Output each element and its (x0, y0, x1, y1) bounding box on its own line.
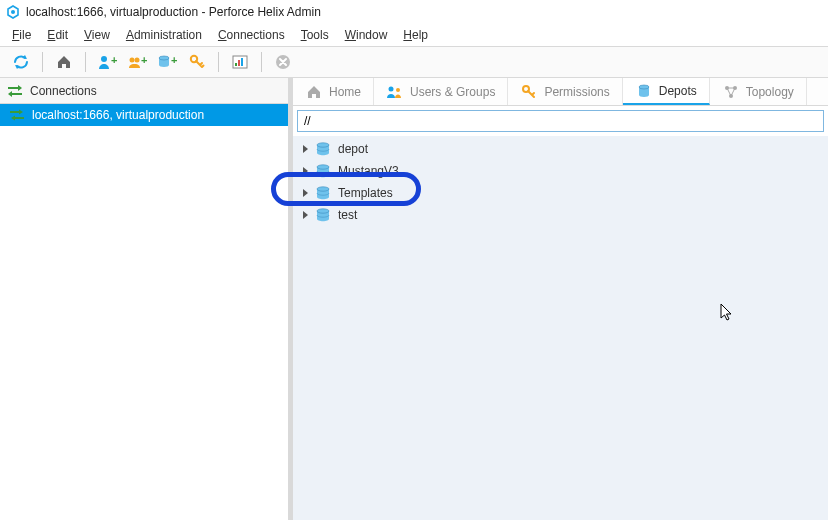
svg-marker-18 (18, 85, 22, 91)
depot-name: MustangV3 (338, 164, 399, 178)
svg-point-23 (396, 88, 400, 92)
svg-marker-20 (19, 110, 23, 115)
tab-permissions[interactable]: Permissions (508, 78, 622, 105)
depot-icon (314, 207, 332, 223)
connections-list: localhost:1666, virtualproduction (0, 104, 288, 520)
expand-arrow-icon[interactable] (303, 211, 308, 219)
svg-rect-16 (241, 58, 243, 66)
tab-label: Users & Groups (410, 85, 495, 99)
svg-point-22 (389, 86, 394, 91)
title-bar: localhost:1666, virtualproduction - Perf… (0, 0, 828, 24)
menu-bar: File Edit View Administration Connection… (0, 24, 828, 46)
menu-edit[interactable]: Edit (39, 26, 76, 44)
connections-header: Connections (0, 78, 288, 104)
users-icon (386, 83, 404, 101)
toolbar-separator (85, 52, 86, 72)
right-pane: Home Users & Groups Permissions Depots T… (292, 78, 828, 520)
depot-path-container (293, 106, 828, 136)
menu-tools[interactable]: Tools (293, 26, 337, 44)
menu-window[interactable]: Window (337, 26, 396, 44)
tab-depots[interactable]: Depots (623, 78, 710, 105)
connections-header-label: Connections (30, 84, 97, 98)
expand-arrow-icon[interactable] (303, 145, 308, 153)
toolbar: + + + (0, 46, 828, 78)
depot-path-input[interactable] (297, 110, 824, 132)
depot-tree-item[interactable]: MustangV3 (293, 160, 828, 182)
svg-rect-14 (235, 63, 237, 66)
tab-label: Depots (659, 84, 697, 98)
depot-tree-item[interactable]: Templates (293, 182, 828, 204)
home-icon (305, 83, 323, 101)
expand-arrow-icon[interactable] (303, 167, 308, 175)
depot-icon (314, 163, 332, 179)
depot-name: test (338, 208, 357, 222)
svg-point-7 (135, 58, 140, 63)
key-icon (520, 83, 538, 101)
tab-users-groups[interactable]: Users & Groups (374, 78, 508, 105)
window-title: localhost:1666, virtualproduction - Perf… (26, 5, 321, 19)
helix-app-icon (6, 5, 20, 19)
tab-label: Home (329, 85, 361, 99)
toolbar-separator (218, 52, 219, 72)
depot-name: depot (338, 142, 368, 156)
depot-icon (635, 82, 653, 100)
chart-button[interactable] (227, 49, 253, 75)
svg-rect-15 (238, 60, 240, 66)
connections-arrows-icon (6, 84, 24, 98)
svg-marker-19 (8, 91, 12, 97)
svg-point-4 (101, 56, 107, 62)
toolbar-separator (42, 52, 43, 72)
expand-arrow-icon[interactable] (303, 189, 308, 197)
menu-connections[interactable]: Connections (210, 26, 293, 44)
tab-bar: Home Users & Groups Permissions Depots T… (293, 78, 828, 106)
topology-icon (722, 83, 740, 101)
menu-file[interactable]: File (4, 26, 39, 44)
add-depot-button[interactable]: + (154, 49, 180, 75)
toolbar-separator (261, 52, 262, 72)
refresh-button[interactable] (8, 49, 34, 75)
svg-text:+: + (141, 54, 147, 66)
svg-point-1 (11, 10, 15, 14)
workspace: Connections localhost:1666, virtualprodu… (0, 78, 828, 520)
depot-icon (314, 185, 332, 201)
tab-topology[interactable]: Topology (710, 78, 807, 105)
tab-label: Permissions (544, 85, 609, 99)
connection-item[interactable]: localhost:1666, virtualproduction (0, 104, 288, 126)
connections-pane: Connections localhost:1666, virtualprodu… (0, 78, 288, 520)
depot-tree-item[interactable]: depot (293, 138, 828, 160)
tab-home[interactable]: Home (293, 78, 374, 105)
svg-text:+: + (171, 54, 177, 66)
connection-item-label: localhost:1666, virtualproduction (32, 108, 204, 122)
menu-administration[interactable]: Administration (118, 26, 210, 44)
depot-tree: depotMustangV3Templatestest (293, 136, 828, 520)
menu-help[interactable]: Help (395, 26, 436, 44)
depot-icon (314, 141, 332, 157)
depot-tree-item[interactable]: test (293, 204, 828, 226)
add-group-button[interactable]: + (124, 49, 150, 75)
svg-marker-21 (11, 116, 15, 121)
menu-view[interactable]: View (76, 26, 118, 44)
tab-label: Topology (746, 85, 794, 99)
add-user-button[interactable]: + (94, 49, 120, 75)
home-button[interactable] (51, 49, 77, 75)
mouse-cursor-icon (720, 303, 736, 323)
depot-name: Templates (338, 186, 393, 200)
svg-point-6 (130, 58, 135, 63)
svg-text:+: + (111, 54, 117, 66)
close-button[interactable] (270, 49, 296, 75)
key-button[interactable] (184, 49, 210, 75)
connection-arrows-icon (8, 109, 26, 121)
